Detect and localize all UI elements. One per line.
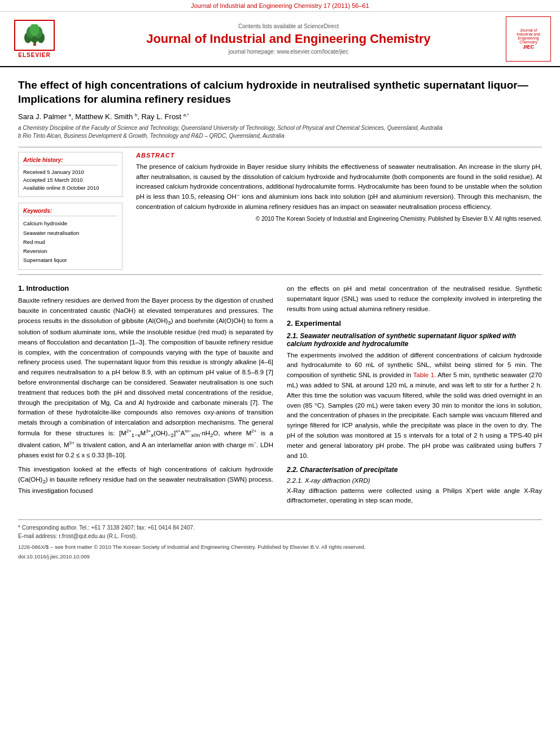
affiliation-a: a Chemistry Discipline of the Faculty of…: [18, 124, 542, 132]
available-date: Available online 8 October 2010: [23, 184, 117, 192]
section1-title: 1. Introduction: [18, 284, 273, 292]
elsevier-logo: ELSEVIER: [9, 20, 60, 58]
article-history-title: Article history:: [23, 157, 117, 165]
section2-1-text: The experiments involved the addition of…: [287, 351, 542, 461]
article-title: The effect of high concentrations of cal…: [18, 78, 542, 106]
abstract-col: ABSTRACT The presence of calcium hydroxi…: [136, 152, 542, 270]
intro-para-2: This investigation looked at the effects…: [18, 465, 273, 496]
journal-bar-text: Journal of Industrial and Engineering Ch…: [191, 2, 369, 9]
elsevier-label: ELSEVIER: [18, 52, 50, 58]
section2-2-1-title: 2.2.1. X-ray diffraction (XRD): [287, 477, 542, 484]
divider-1: [18, 147, 542, 147]
journal-bar: Journal of Industrial and Engineering Ch…: [0, 0, 560, 12]
xrd-text: X-Ray diffraction patterns were collecte…: [287, 486, 542, 506]
section2-2-title: 2.2. Characterisation of precipitate: [287, 466, 542, 474]
footer-corresponding: * Corresponding author. Tel.: +61 7 3138…: [18, 523, 542, 532]
info-abstract-section: Article history: Received 5 January 2010…: [18, 152, 542, 270]
body-left-col: 1. Introduction Bauxite refinery residue…: [18, 284, 273, 510]
journal-title-center: Contents lists available at ScienceDirec…: [71, 23, 506, 55]
authors-line: Sara J. Palmer a, Matthew K. Smith b, Ra…: [18, 112, 542, 120]
affiliation-b: b Rio Tinto Alcan, Business Development …: [18, 132, 542, 140]
footer-section: * Corresponding author. Tel.: +61 7 3138…: [18, 519, 542, 560]
journal-logo-right: Journal ofIndustrial andEngineeringChemi…: [506, 16, 551, 62]
abstract-text: The presence of calcium hydroxide in Bay…: [136, 162, 542, 212]
received-date: Received 5 January 2010: [23, 168, 117, 176]
table1-link[interactable]: Table 1: [413, 372, 434, 378]
body-content: 1. Introduction Bauxite refinery residue…: [18, 284, 542, 510]
sciencedirect-line: Contents lists available at ScienceDirec…: [71, 23, 506, 29]
journal-title-main: Journal of Industrial and Engineering Ch…: [71, 32, 506, 46]
keyword-4: Reversion: [23, 247, 117, 256]
body-right-col: on the effects on pH and metal concentra…: [287, 284, 542, 510]
section2-1-title: 2.1. Seawater neutralisation of syntheti…: [287, 332, 542, 348]
keyword-1: Calcium hydroxide: [23, 219, 117, 228]
elsevier-logo-box: [14, 20, 55, 51]
keyword-5: Supernatant liquor: [23, 256, 117, 265]
elsevier-tree-icon: [22, 24, 47, 47]
accepted-date: Accepted 15 March 2010: [23, 176, 117, 184]
keyword-2: Seawater neutralisation: [23, 229, 117, 238]
footer-email: E-mail address: r.frost@qut.edu.au (R.L.…: [18, 532, 542, 540]
intro-para-right: on the effects on pH and metal concentra…: [287, 284, 542, 314]
footer-issn: 1226-086X/$ – see front matter © 2010 Th…: [18, 544, 542, 550]
section2-title: 2. Experimental: [287, 319, 542, 327]
journal-homepage: journal homepage: www.elsevier.com/locat…: [71, 49, 506, 55]
abstract-title: ABSTRACT: [136, 152, 542, 159]
intro-para-1: Bauxite refinery residues are derived fr…: [18, 296, 273, 460]
page-header: ELSEVIER Contents lists available at Sci…: [0, 12, 560, 67]
left-info-col: Article history: Received 5 January 2010…: [18, 152, 123, 270]
main-content: The effect of high concentrations of cal…: [0, 67, 560, 566]
article-info-box: Article history: Received 5 January 2010…: [18, 152, 123, 198]
divider-2: [18, 274, 542, 275]
keyword-3: Red mud: [23, 238, 117, 247]
keywords-title: Keywords:: [23, 208, 117, 216]
keywords-box: Keywords: Calcium hydroxide Seawater neu…: [18, 203, 123, 270]
affiliations: a Chemistry Discipline of the Faculty of…: [18, 124, 542, 140]
abstract-copyright: © 2010 The Korean Society of Industrial …: [136, 216, 542, 222]
footer-doi: doi:10.1016/j.jiec.2010.10.009: [18, 553, 542, 560]
body-two-col: 1. Introduction Bauxite refinery residue…: [18, 284, 542, 510]
